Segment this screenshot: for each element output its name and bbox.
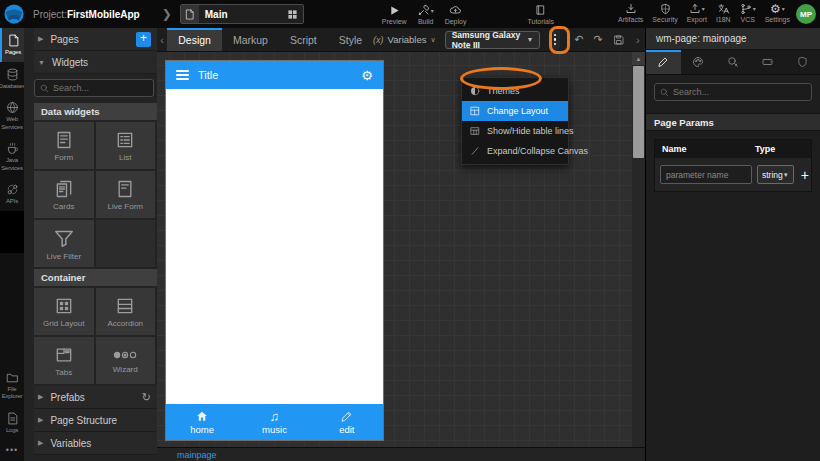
artifacts-button[interactable]: Artifacts xyxy=(618,2,643,23)
rail-more-button[interactable]: ••• xyxy=(0,439,24,461)
page-params-table: Name Type string ▼ + xyxy=(654,139,812,192)
nav-item-music[interactable]: ♫ music xyxy=(238,404,310,440)
widget-tile-live-form[interactable]: Live Form xyxy=(96,171,156,218)
widget-tile-wizard[interactable]: Wizard xyxy=(96,337,156,384)
hamburger-menu-icon[interactable] xyxy=(176,68,189,82)
scroll-up-arrow-icon[interactable]: ▲ xyxy=(632,52,645,65)
add-page-button[interactable]: + xyxy=(136,32,151,47)
tab-style[interactable]: Style xyxy=(328,28,373,51)
build-button[interactable]: ▾ Build xyxy=(418,4,434,25)
tab-markup[interactable]: Markup xyxy=(222,28,279,51)
search-icon xyxy=(660,88,669,97)
collapsed-triangle-icon: ▶ xyxy=(38,439,43,447)
collapsed-triangle-icon: ▶ xyxy=(38,416,43,424)
rail-item-web-services[interactable]: Web Services xyxy=(0,95,24,136)
widget-tile-cards[interactable]: Cards xyxy=(34,171,94,218)
phone-content[interactable] xyxy=(166,89,383,404)
tutorials-button[interactable]: Tutorials xyxy=(527,4,554,25)
build-icon xyxy=(418,4,430,16)
prefabs-section-header[interactable]: ▶ Prefabs ↻ xyxy=(34,386,157,409)
design-canvas[interactable]: Title ⚙ home ♫ music edit xyxy=(157,52,645,447)
undo-button[interactable]: ↶ xyxy=(574,33,583,46)
change-layout-icon xyxy=(470,106,480,116)
nav-item-home[interactable]: home xyxy=(166,404,238,440)
rail-item-java-services[interactable]: Java Services xyxy=(0,136,24,177)
collapse-left-chevron-icon[interactable]: ‹ xyxy=(157,28,167,51)
redo-button[interactable]: ↷ xyxy=(594,33,603,46)
save-button[interactable] xyxy=(613,34,625,46)
tab-device[interactable] xyxy=(750,50,785,74)
security-button[interactable]: Security xyxy=(652,2,677,23)
export-button[interactable]: ▾ Export xyxy=(687,2,707,23)
palette-icon xyxy=(692,56,704,68)
phone-title: Title xyxy=(198,69,218,81)
scrollbar-thumb[interactable] xyxy=(633,66,644,158)
data-widgets-category: Data widgets xyxy=(34,103,157,120)
add-parameter-button[interactable]: + xyxy=(799,168,811,182)
properties-panel-tabs xyxy=(646,50,820,75)
database-icon xyxy=(6,68,19,81)
pages-section-header[interactable]: ▶ Pages + xyxy=(34,28,157,51)
properties-search[interactable] xyxy=(654,83,812,101)
menu-item-expand-collapse-canvas[interactable]: Expand/Collapse Canvas xyxy=(462,141,568,161)
widgets-search-input[interactable] xyxy=(53,83,148,93)
page-selector[interactable]: Main xyxy=(180,4,304,24)
widget-tile-live-filter[interactable]: Live Filter xyxy=(34,220,94,267)
widget-tile-tabs[interactable]: Tabs xyxy=(34,337,94,384)
tab-design[interactable]: Design xyxy=(167,28,222,51)
pages-grid-icon[interactable] xyxy=(287,9,298,20)
nav-item-edit[interactable]: edit xyxy=(311,404,383,440)
widget-tile-accordion[interactable]: Accordion xyxy=(96,288,156,335)
tab-properties[interactable] xyxy=(646,50,681,74)
parameter-name-input[interactable] xyxy=(660,165,752,184)
tab-styles[interactable] xyxy=(681,50,716,74)
inspect-search-icon xyxy=(727,56,739,68)
phone-mockup[interactable]: Title ⚙ home ♫ music edit xyxy=(165,60,384,441)
tab-script[interactable]: Script xyxy=(279,28,328,51)
expand-right-chevron-icon[interactable]: › xyxy=(633,28,643,51)
widget-tile-list[interactable]: List xyxy=(96,122,156,169)
widget-tile-form[interactable]: Form xyxy=(34,122,94,169)
tab-inspect[interactable] xyxy=(716,50,751,74)
page-structure-section-header[interactable]: ▶ Page Structure xyxy=(34,409,157,432)
open-page-tab-mainpage[interactable]: mainpage xyxy=(177,450,217,460)
widget-tile-grid-layout[interactable]: Grid Layout xyxy=(34,288,94,335)
device-selector[interactable]: Samsung Galaxy Note III ▼ xyxy=(445,31,541,49)
properties-panel: wm-page: mainpage Page Params Name Type xyxy=(645,28,820,461)
canvas-options-kebab-button[interactable] xyxy=(549,30,560,49)
rail-item-databases[interactable]: Databases xyxy=(0,62,24,96)
tab-security[interactable] xyxy=(785,50,820,74)
vcs-button[interactable]: ▾ VCS xyxy=(740,2,756,23)
rail-item-logs[interactable]: Logs xyxy=(0,406,24,440)
menu-item-show-hide-table-lines[interactable]: Show/Hide table lines xyxy=(462,121,568,141)
refresh-icon[interactable]: ↻ xyxy=(142,391,151,404)
variables-section-header[interactable]: ▶ Variables xyxy=(34,432,157,455)
canvas-vertical-scrollbar[interactable]: ▲ xyxy=(632,52,645,447)
tabs-icon xyxy=(54,345,74,365)
parameter-type-select[interactable]: string ▼ xyxy=(757,165,794,184)
properties-panel-title: wm-page: mainpage xyxy=(646,28,820,50)
rail-item-pages[interactable]: Pages xyxy=(0,28,24,62)
i18n-button[interactable]: I18N xyxy=(716,2,731,23)
preview-button[interactable]: Preview xyxy=(382,4,407,25)
menu-item-change-layout[interactable]: Change Layout xyxy=(462,101,568,121)
user-avatar[interactable]: MP xyxy=(796,4,816,24)
play-icon xyxy=(389,5,400,16)
rail-item-apis[interactable]: APIs xyxy=(0,177,24,211)
menu-item-themes[interactable]: Themes xyxy=(462,81,568,101)
home-icon xyxy=(195,410,209,423)
widgets-search[interactable] xyxy=(34,79,154,97)
properties-search-input[interactable] xyxy=(673,87,806,97)
phone-header: Title ⚙ xyxy=(166,61,383,89)
params-table-header: Name Type xyxy=(655,140,811,158)
rail-item-file-explorer[interactable]: File Explorer xyxy=(0,365,24,406)
settings-button[interactable]: ⚙▾ Settings xyxy=(765,2,790,23)
container-widgets-grid: Grid Layout Accordion Tabs Wizard xyxy=(34,286,157,386)
breadcrumb-chevron-icon: ❯ xyxy=(162,7,172,21)
variables-button[interactable]: (x) Variables ∨ xyxy=(373,28,436,51)
api-icon xyxy=(6,183,19,196)
widgets-section-header[interactable]: ▼ Widgets xyxy=(34,51,157,74)
phone-settings-gear-icon[interactable]: ⚙ xyxy=(361,68,373,83)
project-name: FirstMobileApp xyxy=(67,9,140,20)
deploy-button[interactable]: Deploy xyxy=(445,4,467,25)
